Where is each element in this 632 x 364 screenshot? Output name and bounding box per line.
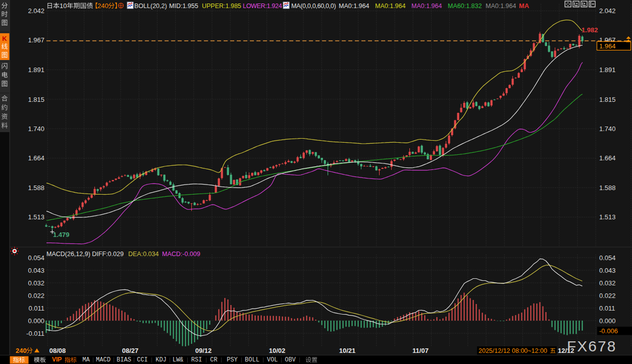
svg-text:MACD(26,12,9) DIFF:0.029: MACD(26,12,9) DIFF:0.029 — [46, 251, 124, 258]
svg-text:1.982: 1.982 — [582, 26, 598, 34]
svg-text:0.032: 0.032 — [28, 279, 44, 287]
svg-text:1.815: 1.815 — [28, 96, 44, 103]
svg-text:1.891: 1.891 — [28, 66, 44, 74]
svg-text:CR: CR — [210, 356, 217, 363]
svg-text:1.664: 1.664 — [28, 154, 44, 162]
svg-text:MA0:1.964: MA0:1.964 — [411, 3, 442, 10]
svg-text:KDJ: KDJ — [155, 356, 167, 363]
svg-text:1.740: 1.740 — [599, 125, 616, 133]
svg-text:MA60:1.832: MA60:1.832 — [448, 3, 482, 10]
svg-text:0.043: 0.043 — [599, 267, 616, 274]
svg-text:1.479: 1.479 — [53, 231, 70, 238]
svg-text:MA: MA — [519, 2, 530, 10]
svg-text:08/27: 08/27 — [122, 347, 139, 354]
svg-text:DEA:0.034: DEA:0.034 — [128, 251, 159, 258]
svg-text:0.054: 0.054 — [28, 254, 44, 262]
svg-text:MID:1.955: MID:1.955 — [169, 3, 198, 10]
svg-text:1.815: 1.815 — [599, 96, 616, 103]
svg-text:MACD: MACD — [96, 356, 111, 363]
svg-text:08/08: 08/08 — [49, 347, 66, 354]
svg-text:10/21: 10/21 — [339, 347, 356, 354]
svg-text:MA0:1.964: MA0:1.964 — [375, 3, 406, 10]
svg-text:CCI: CCI — [137, 356, 148, 363]
svg-text:1.740: 1.740 — [28, 125, 44, 133]
svg-text:0.011: 0.011 — [599, 305, 615, 312]
svg-text:0.043: 0.043 — [28, 267, 44, 274]
svg-text:BOLL: BOLL — [245, 356, 259, 363]
svg-text:2.042: 2.042 — [599, 7, 616, 15]
svg-text:1.891: 1.891 — [599, 66, 616, 74]
svg-text:BOLL(20,2): BOLL(20,2) — [134, 3, 167, 10]
svg-text:MA(0,0,0,60,0,0): MA(0,0,0,60,0,0) — [291, 3, 336, 10]
svg-text:MA0:1.964: MA0:1.964 — [486, 3, 516, 10]
svg-text:1.664: 1.664 — [599, 154, 616, 162]
svg-text:2025/12/12 08:00~12:00: 2025/12/12 08:00~12:00 — [479, 347, 547, 354]
svg-text:1.588: 1.588 — [28, 184, 44, 192]
svg-text:0.032: 0.032 — [599, 279, 616, 287]
svg-text:1.588: 1.588 — [599, 184, 616, 192]
svg-text:OBV: OBV — [285, 356, 296, 363]
svg-text:1.964: 1.964 — [599, 42, 616, 50]
svg-text:0.000: 0.000 — [599, 317, 616, 325]
svg-text:LW&: LW& — [173, 356, 184, 363]
svg-text:10: 10 — [60, 2, 67, 10]
svg-text:0.022: 0.022 — [28, 292, 44, 299]
svg-text:FX678: FX678 — [567, 338, 616, 354]
svg-text:-0.011: -0.011 — [26, 330, 44, 337]
svg-text:1.513: 1.513 — [28, 213, 44, 221]
svg-text:0.054: 0.054 — [599, 254, 616, 262]
svg-text:MA0:1.964: MA0:1.964 — [339, 3, 370, 10]
svg-text:11/07: 11/07 — [412, 347, 429, 354]
svg-text:RSI: RSI — [191, 356, 202, 363]
svg-text:PSY: PSY — [227, 356, 238, 363]
svg-text:1.967: 1.967 — [28, 36, 44, 44]
svg-text:240: 240 — [97, 2, 109, 10]
svg-text:UPPER:1.985: UPPER:1.985 — [202, 3, 241, 10]
svg-text:10/02: 10/02 — [269, 347, 286, 354]
svg-text:VIP: VIP — [52, 356, 62, 363]
svg-text:-0.006: -0.006 — [599, 327, 618, 335]
svg-text:MACD:-0.009: MACD:-0.009 — [162, 251, 200, 258]
svg-text:BIAS: BIAS — [117, 356, 131, 363]
svg-text:240: 240 — [16, 347, 27, 354]
svg-text:1.513: 1.513 — [599, 213, 616, 221]
svg-text:LOWER:1.924: LOWER:1.924 — [243, 3, 282, 10]
svg-text:0.000: 0.000 — [28, 317, 44, 325]
svg-text:K: K — [2, 35, 7, 42]
svg-text:09/12: 09/12 — [195, 347, 212, 354]
svg-text:VOL: VOL — [267, 356, 278, 363]
svg-text:MA: MA — [82, 356, 90, 363]
svg-text:2.042: 2.042 — [28, 7, 44, 15]
svg-text:0.011: 0.011 — [28, 305, 44, 312]
svg-text:0.022: 0.022 — [599, 292, 616, 299]
